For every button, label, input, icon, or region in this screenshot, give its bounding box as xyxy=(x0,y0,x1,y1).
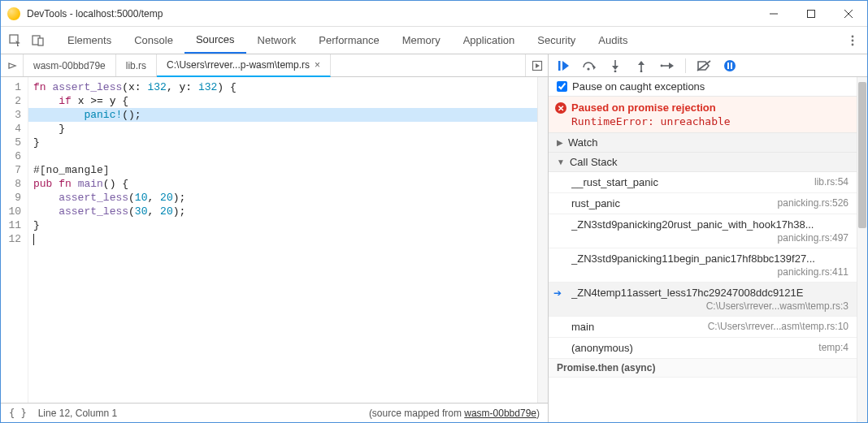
scrollbar-thumb[interactable] xyxy=(858,82,866,228)
code-line: } xyxy=(33,218,548,232)
svg-rect-6 xyxy=(38,38,43,45)
code-line: fn assert_less(x: i32, y: i32) { xyxy=(33,80,548,94)
window-controls xyxy=(755,1,867,27)
code-line: assert_less(30, 20); xyxy=(33,205,548,218)
debugger-panel: Pause on caught exceptions ✕ Paused on p… xyxy=(549,54,867,422)
main-area: wasm-00bbd79elib.rsC:\Users\rrever...p-w… xyxy=(1,54,867,422)
pause-on-exceptions-icon[interactable] xyxy=(720,56,740,76)
pause-on-caught-checkbox[interactable] xyxy=(557,81,567,92)
async-group-label: Promise.then (async) xyxy=(549,359,857,378)
cursor-position: Line 12, Column 1 xyxy=(38,408,117,419)
stack-frame-function: __rust_start_panic xyxy=(571,176,806,188)
more-icon[interactable] xyxy=(843,31,862,50)
stack-frame-function: (anonymous) xyxy=(571,342,810,354)
svg-marker-18 xyxy=(612,66,618,70)
source-map-link[interactable]: wasm-00bbd79e xyxy=(464,408,536,419)
paused-reason: Paused on promise rejection xyxy=(571,101,848,114)
stack-frame-function: _ZN4temp11assert_less17hc29247008ddc9121… xyxy=(571,287,848,299)
stack-frame-location: panicking.rs:411 xyxy=(571,266,848,278)
code-line xyxy=(33,232,548,246)
navigator-toggle-icon[interactable] xyxy=(1,54,24,76)
close-button[interactable] xyxy=(830,1,867,27)
resume-icon[interactable] xyxy=(553,56,573,76)
panel-tab-performance[interactable]: Performance xyxy=(307,27,390,54)
svg-rect-1 xyxy=(808,10,815,17)
minimize-button[interactable] xyxy=(755,1,792,27)
stack-frame[interactable]: _ZN3std9panicking20rust_panic_with_hook1… xyxy=(549,214,857,248)
maximize-button[interactable] xyxy=(792,1,830,27)
stack-frame-location: temp:4 xyxy=(818,342,848,354)
app-icon xyxy=(7,7,20,20)
svg-point-8 xyxy=(852,39,854,41)
panel-tab-elements[interactable]: Elements xyxy=(56,27,123,54)
code-editor[interactable]: 123456789101112 fn assert_less(x: i32, y… xyxy=(1,77,548,403)
svg-point-7 xyxy=(852,35,854,37)
svg-point-28 xyxy=(724,60,736,71)
panel-tab-audits[interactable]: Audits xyxy=(587,27,639,54)
stack-frame[interactable]: (anonymous)temp:4 xyxy=(549,338,857,359)
svg-marker-21 xyxy=(638,61,644,65)
stack-frame-location: C:\Users\rrever...wasm\temp.rs:3 xyxy=(571,300,848,312)
stack-frame-function: _ZN3std9panicking11begin_panic17hf8bbc13… xyxy=(571,253,848,265)
debugger-scrollbar[interactable] xyxy=(857,77,867,422)
file-tabbar: wasm-00bbd79elib.rsC:\Users\rrever...p-w… xyxy=(1,54,548,77)
source-map-info: (source mapped from wasm-00bbd79e) xyxy=(369,408,540,419)
chevron-down-icon: ▼ xyxy=(557,158,565,166)
stack-frame[interactable]: ➔_ZN4temp11assert_less17hc29247008ddc912… xyxy=(549,283,857,317)
panel-tab-console[interactable]: Console xyxy=(123,27,184,54)
code-line: pub fn main() { xyxy=(33,177,548,191)
file-tab-label: C:\Users\rrever...p-wasm\temp.rs xyxy=(167,59,310,71)
paused-detail: RuntimeError: unreachable xyxy=(571,115,848,127)
stack-frame-location: lib.rs:54 xyxy=(814,176,848,188)
run-snippet-icon[interactable] xyxy=(525,54,548,76)
stack-frame-location: C:\Users\rrever...asm\temp.rs:10 xyxy=(708,321,848,333)
stack-frame[interactable]: mainC:\Users\rrever...asm\temp.rs:10 xyxy=(549,317,857,338)
deactivate-breakpoints-icon[interactable] xyxy=(694,56,714,76)
step-into-icon[interactable] xyxy=(605,56,625,76)
stack-frame[interactable]: __rust_start_paniclib.rs:54 xyxy=(549,172,857,193)
source-panel: wasm-00bbd79elib.rsC:\Users\rrever...p-w… xyxy=(1,54,549,422)
close-icon[interactable]: × xyxy=(315,59,320,71)
code-line: } xyxy=(33,122,548,136)
stack-frame[interactable]: _ZN3std9panicking11begin_panic17hf8bbc13… xyxy=(549,248,857,283)
debugger-toolbar xyxy=(549,54,867,77)
code-line: } xyxy=(33,136,548,149)
panel-tab-security[interactable]: Security xyxy=(526,27,587,54)
step-out-icon[interactable] xyxy=(631,56,651,76)
panel-tabs: ElementsConsoleSourcesNetworkPerformance… xyxy=(56,27,639,54)
file-tab-label: wasm-00bbd79e xyxy=(33,60,106,71)
stack-frame[interactable]: rust_panicpanicking.rs:526 xyxy=(549,193,857,214)
watch-section-header[interactable]: ▶ Watch xyxy=(549,133,857,153)
window-title: DevTools - localhost:5000/temp xyxy=(27,8,755,19)
current-frame-icon: ➔ xyxy=(553,287,562,299)
stack-frame-location: panicking.rs:526 xyxy=(778,197,848,209)
step-icon[interactable] xyxy=(658,56,677,76)
callstack-section-header[interactable]: ▼ Call Stack xyxy=(549,153,857,172)
status-bar: { } Line 12, Column 1 (source mapped fro… xyxy=(1,403,548,422)
device-toggle-icon[interactable] xyxy=(28,31,48,50)
file-tab[interactable]: C:\Users\rrever...p-wasm\temp.rs× xyxy=(157,54,331,77)
svg-rect-30 xyxy=(731,63,732,69)
svg-point-19 xyxy=(614,70,617,71)
error-icon: ✕ xyxy=(555,102,566,114)
svg-marker-14 xyxy=(562,61,569,71)
code-line: #[no_mangle] xyxy=(33,163,548,177)
code-line xyxy=(33,149,548,163)
panel-tab-application[interactable]: Application xyxy=(452,27,527,54)
panel-tab-memory[interactable]: Memory xyxy=(391,27,452,54)
code-line: if x >= y { xyxy=(33,94,548,108)
file-tab[interactable]: lib.rs xyxy=(116,54,157,76)
chevron-right-icon: ▶ xyxy=(557,138,563,147)
svg-marker-24 xyxy=(669,63,674,69)
code-scrollbar[interactable] xyxy=(537,77,548,403)
pause-on-caught-row[interactable]: Pause on caught exceptions xyxy=(549,77,857,97)
svg-marker-12 xyxy=(536,63,540,68)
inspect-icon[interactable] xyxy=(6,31,25,50)
file-tab[interactable]: wasm-00bbd79e xyxy=(24,54,116,76)
step-over-icon[interactable] xyxy=(579,56,599,76)
callstack-list: __rust_start_paniclib.rs:54rust_panicpan… xyxy=(549,172,857,359)
pretty-print-icon[interactable]: { } xyxy=(9,408,27,419)
panel-tab-sources[interactable]: Sources xyxy=(184,27,246,54)
panel-tab-network[interactable]: Network xyxy=(246,27,308,54)
svg-marker-15 xyxy=(593,65,596,70)
